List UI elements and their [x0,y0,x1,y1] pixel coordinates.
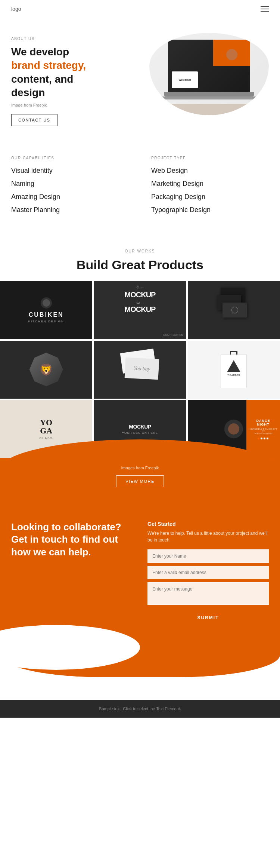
collaborate-section: Looking to collaborate?Get in touch to f… [0,499,280,655]
hero-text: ABOUT US We develop brand strategy, cont… [11,33,142,126]
hero-heading-line3: design [11,87,45,98]
submit-button[interactable]: SUBMIT [147,611,269,625]
hamburger-menu[interactable] [261,6,269,12]
grid-item-3[interactable] [188,281,280,339]
cap-item-2: Naming [11,180,129,188]
hero-heading-line1: We develop [11,46,69,58]
collab-right: Get Started We're here to help. Tell us … [147,521,269,625]
image-credit-works: Images from Freepik [0,466,280,470]
grid-item-6[interactable]: 7 BARBER [188,341,280,399]
grid-item-1[interactable]: CUBIKEN KITCHEN DESIGN [0,281,92,339]
get-started-desc: We're here to help. Tell us a little abo… [147,530,269,543]
cap-item-8: Typographic Design [151,206,269,214]
collab-heading: Looking to collaborate?Get in touch to f… [11,521,133,559]
cap-item-6: Marketing Design [151,180,269,188]
grid-item-2[interactable]: 01 — MOCKUP 02 — MOCKUP CRAFT EDITION [94,281,186,339]
name-input[interactable] [147,549,269,563]
logo: logo [11,6,21,12]
works-section: OUR WORKS Build Great Products CUBIKEN K… [0,234,280,458]
works-grid-row-1: CUBIKEN KITCHEN DESIGN 01 — MOCKUP 02 — … [0,281,280,339]
cap-item-4: Master Planning [11,206,129,214]
contact-button[interactable]: CONTACT US [11,114,57,126]
capabilities-col2: PROJECT TYPE Web Design Marketing Design… [151,156,269,219]
cap-label-2: PROJECT TYPE [151,156,269,160]
message-input[interactable] [147,582,269,605]
grid-item-4[interactable]: 🦁 [0,341,92,399]
header: logo [0,0,280,18]
footer: Sample text. Click to select the Text El… [0,700,280,718]
hero-heading-orange: brand strategy, [11,59,86,71]
works-grid-row-2: 🦁 You Say 7 BARBER [0,341,280,399]
cap-item-3: Amazing Design [11,193,129,201]
works-title: Build Great Products [0,258,280,272]
footer-text: Sample text. Click to select the Text El… [99,706,181,711]
laptop-mockup: Welcome! [157,40,261,109]
capabilities-col1: OUR CAPABILITIES Visual identity Naming … [11,156,129,219]
works-label: OUR WORKS [0,249,280,253]
hero-heading-line2: content, and [11,73,73,85]
grid-item-5[interactable]: You Say [94,341,186,399]
collab-left: Looking to collaborate?Get in touch to f… [11,521,133,559]
cap-item-5: Web Design [151,167,269,175]
laptop-screen: Welcome! [168,40,250,92]
get-started-label: Get Started [147,521,269,527]
email-input[interactable] [147,566,269,579]
works-footer: Images from Freepik VIEW MORE [0,458,280,499]
about-label: ABOUT US [11,37,142,41]
view-more-button[interactable]: VIEW MORE [116,475,164,487]
cap-label-1: OUR CAPABILITIES [11,156,129,160]
cap-item-1: Visual identity [11,167,129,175]
hero-image-placeholder: Welcome! [149,33,269,115]
capabilities-section: OUR CAPABILITIES Visual identity Naming … [0,137,280,234]
hero-image: Welcome! [142,33,269,119]
hero-section: ABOUT US We develop brand strategy, cont… [0,18,280,137]
hero-heading: We develop brand strategy, content, and … [11,45,142,100]
freepik-link[interactable]: Freepik [145,466,159,470]
image-credit: Image from Freepik [11,103,142,107]
cap-item-7: Packaging Design [151,193,269,201]
